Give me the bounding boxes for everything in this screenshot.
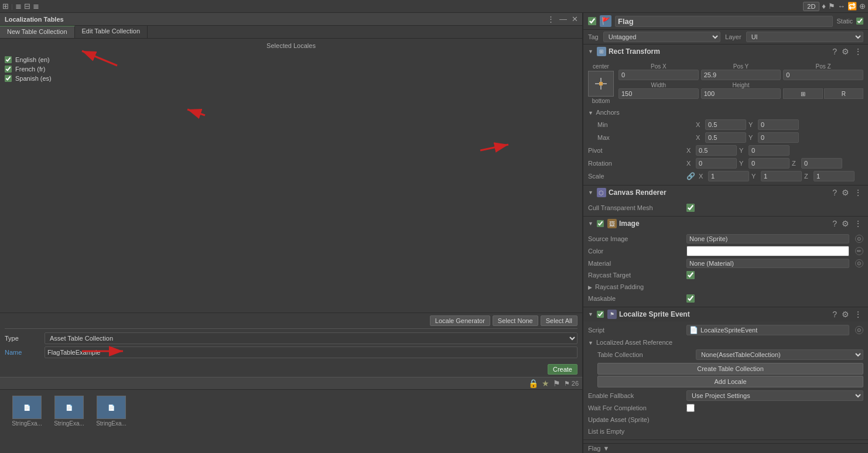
canvas-help-btn[interactable]: ?: [831, 188, 838, 197]
locale-spanish-check[interactable]: [5, 75, 12, 82]
tab-new-table[interactable]: New Table Collection: [0, 26, 75, 38]
asset-item-3[interactable]: 📄 StringExa...: [94, 396, 129, 447]
pivot-x-input[interactable]: [696, 145, 737, 156]
anchor-visual[interactable]: [588, 71, 614, 97]
rot-x-input[interactable]: [696, 158, 737, 169]
create-btn[interactable]: Create: [548, 364, 577, 375]
scale-y-input[interactable]: [761, 171, 802, 181]
star-btn[interactable]: ★: [542, 379, 549, 388]
source-image-target-btn[interactable]: ⊙: [855, 235, 863, 243]
list-empty-row: List is Empty: [588, 425, 863, 437]
locale-french-check[interactable]: [5, 66, 12, 73]
panel-close-btn[interactable]: ✕: [570, 13, 580, 26]
rect-help-btn[interactable]: ?: [831, 47, 838, 56]
image-settings-btn[interactable]: ⚙: [840, 219, 850, 228]
canvas-menu-btn[interactable]: ⋮: [853, 188, 863, 197]
rot-y-input[interactable]: [749, 158, 790, 169]
tabs-bar: New Table Collection Edit Table Collecti…: [0, 26, 582, 39]
toolbar-icon-4[interactable]: ≣: [33, 2, 39, 11]
pos-x-input[interactable]: [618, 70, 699, 80]
rot-z-input[interactable]: [801, 158, 842, 169]
scale-x-input[interactable]: [708, 171, 749, 181]
script-target-btn[interactable]: ⊙: [855, 326, 863, 334]
image-help-btn[interactable]: ?: [831, 219, 838, 228]
color-swatch[interactable]: [686, 246, 849, 256]
rotation-inputs: X Y Z: [686, 158, 842, 169]
canvas-settings-btn[interactable]: ⚙: [840, 188, 850, 197]
gameobject-name[interactable]: Flag: [615, 16, 833, 27]
image-menu-btn[interactable]: ⋮: [853, 219, 863, 228]
color-eyedropper-btn[interactable]: ✏: [855, 247, 863, 255]
scale-z-input[interactable]: [814, 171, 855, 181]
rect-settings-btn[interactable]: ⚙: [840, 47, 850, 56]
toolbar-icon-3[interactable]: ⊟: [24, 2, 30, 11]
select-all-btn[interactable]: Select All: [541, 315, 577, 326]
wait-completion-check[interactable]: [686, 404, 695, 412]
pos-y-input[interactable]: [701, 70, 781, 80]
image-enable-check[interactable]: [597, 220, 604, 227]
color-label: Color: [588, 248, 682, 255]
lock-btn[interactable]: 🔒: [528, 379, 538, 388]
inspector-scroll[interactable]: ▼ ⊞ Rect Transform ? ⚙ ⋮ center: [583, 44, 868, 443]
pivot-y-label: Y: [739, 147, 746, 154]
anchor-presets-btn[interactable]: ⊞: [783, 88, 822, 99]
locale-generator-btn[interactable]: Locale Generator: [430, 315, 490, 326]
tag-select[interactable]: Untagged: [603, 32, 720, 42]
raycast-target-check[interactable]: [686, 271, 695, 279]
width-input[interactable]: [618, 88, 699, 99]
max-x-input[interactable]: [705, 132, 746, 143]
static-check[interactable]: [856, 18, 863, 25]
pos-z-input[interactable]: [783, 70, 863, 80]
rect-transform-header[interactable]: ▼ ⊞ Rect Transform ? ⚙ ⋮: [583, 44, 868, 59]
type-row: Type Asset Table Collection String Table…: [5, 332, 577, 344]
localize-help-btn[interactable]: ?: [831, 310, 838, 319]
toolbar-icon-7[interactable]: ↔: [838, 2, 845, 11]
localize-sprite-header[interactable]: ▼ ⚑ Localize Sprite Event ? ⚙ ⋮: [583, 307, 868, 321]
rect-transform-component: ▼ ⊞ Rect Transform ? ⚙ ⋮ center: [583, 44, 868, 186]
toolbar-2d[interactable]: 2D: [803, 2, 819, 11]
scale-label: Scale: [588, 173, 682, 180]
raycast-padding-expand: ▶: [588, 284, 592, 290]
select-none-btn[interactable]: Select None: [493, 315, 538, 326]
enable-fallback-select[interactable]: Use Project Settings: [686, 390, 863, 401]
add-locale-btn[interactable]: Add Locale: [597, 376, 863, 387]
toolbar-icon-6[interactable]: ⚑: [828, 2, 835, 11]
toolbar-icon-9[interactable]: ⊕: [859, 2, 866, 11]
cull-check[interactable]: [686, 204, 695, 212]
flag-btn[interactable]: ⚑: [553, 379, 561, 388]
min-row: Min X Y: [588, 118, 863, 131]
toolbar-icon-2[interactable]: ≣: [15, 2, 22, 11]
locales-header: Selected Locales: [0, 39, 582, 53]
pivot-y-input[interactable]: [749, 145, 790, 156]
asset-item-1[interactable]: 📄 StringExa...: [9, 396, 45, 447]
rect-menu-btn[interactable]: ⋮: [853, 47, 863, 56]
table-collection-select[interactable]: None(AssetTableCollection): [696, 349, 863, 360]
material-target-btn[interactable]: ⊙: [855, 259, 863, 267]
tab-edit-table[interactable]: Edit Table Collection: [75, 26, 148, 38]
name-input[interactable]: [45, 346, 577, 358]
layer-select[interactable]: UI: [746, 32, 863, 42]
locale-english-check[interactable]: [5, 56, 12, 63]
asset-item-2[interactable]: 📄 StringExa...: [52, 396, 87, 447]
localize-settings-btn[interactable]: ⚙: [840, 310, 850, 319]
panel-minimize-btn[interactable]: —: [558, 13, 569, 26]
script-row: Script 📄 LocalizeSpriteEvent ⊙: [588, 324, 863, 337]
min-x-input[interactable]: [705, 119, 746, 130]
type-select[interactable]: Asset Table Collection String Table Coll…: [45, 332, 577, 344]
table-collection-row: Table Collection None(AssetTableCollecti…: [588, 348, 863, 361]
panel-menu-btn[interactable]: ⋮: [545, 13, 556, 26]
image-header[interactable]: ▼ 🖼 Image ? ⚙ ⋮: [583, 217, 868, 231]
min-y-input[interactable]: [758, 119, 799, 130]
blueprint-btn[interactable]: R: [824, 88, 863, 99]
gameobject-active-check[interactable]: [588, 17, 596, 25]
create-table-collection-btn[interactable]: Create Table Collection: [597, 363, 863, 375]
max-y-input[interactable]: [758, 132, 799, 143]
height-input[interactable]: [701, 88, 781, 99]
toolbar-sep: |: [11, 3, 13, 10]
toolbar-icon-5[interactable]: ♦: [822, 2, 826, 11]
canvas-renderer-header[interactable]: ▼ ⬡ Canvas Renderer ? ⚙ ⋮: [583, 186, 868, 200]
maskable-check[interactable]: [686, 294, 695, 303]
toolbar-icon-8[interactable]: 🔁: [848, 2, 857, 11]
localize-enable-check[interactable]: [597, 311, 604, 318]
localize-menu-btn[interactable]: ⋮: [853, 310, 863, 319]
